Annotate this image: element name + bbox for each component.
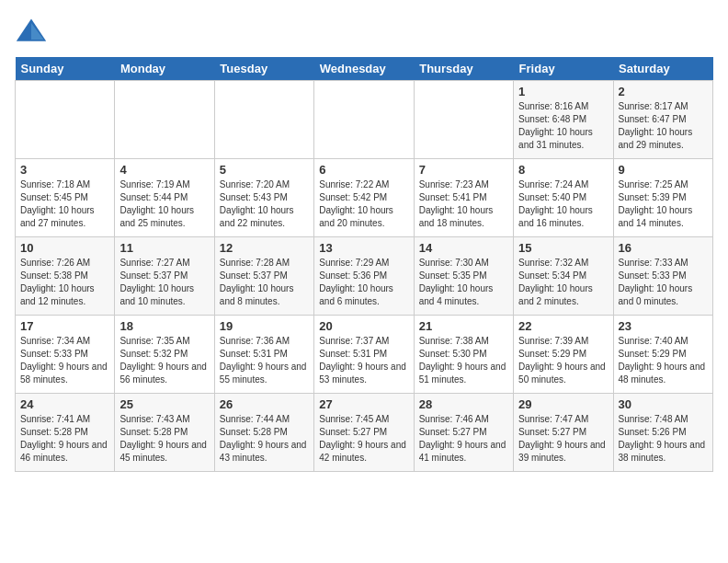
calendar-cell-w5-d2: 26Sunrise: 7:44 AM Sunset: 5:28 PM Dayli…: [214, 394, 313, 472]
calendar-cell-w5-d0: 24Sunrise: 7:41 AM Sunset: 5:28 PM Dayli…: [16, 394, 115, 472]
logo-icon: [15, 15, 48, 48]
day-info: Sunrise: 7:48 AM Sunset: 5:26 PM Dayligh…: [619, 413, 708, 465]
calendar-cell-w5-d5: 29Sunrise: 7:47 AM Sunset: 5:27 PM Dayli…: [514, 394, 613, 472]
calendar-cell-w4-d6: 23Sunrise: 7:40 AM Sunset: 5:29 PM Dayli…: [613, 316, 712, 394]
day-info: Sunrise: 7:29 AM Sunset: 5:36 PM Dayligh…: [319, 257, 408, 308]
calendar-cell-w2-d6: 9Sunrise: 7:25 AM Sunset: 5:39 PM Daylig…: [613, 159, 712, 237]
day-number: 21: [419, 319, 508, 333]
day-number: 14: [419, 241, 508, 255]
day-number: 23: [619, 319, 708, 333]
calendar-cell-w1-d4: [414, 81, 513, 159]
calendar-cell-w1-d5: 1Sunrise: 8:16 AM Sunset: 6:48 PM Daylig…: [514, 81, 613, 159]
day-info: Sunrise: 7:28 AM Sunset: 5:37 PM Dayligh…: [220, 257, 309, 308]
day-number: 27: [319, 397, 408, 411]
day-number: 2: [619, 85, 708, 98]
calendar-cell-w5-d6: 30Sunrise: 7:48 AM Sunset: 5:26 PM Dayli…: [613, 394, 712, 472]
header-saturday: Saturday: [613, 57, 712, 81]
calendar-cell-w4-d5: 22Sunrise: 7:39 AM Sunset: 5:29 PM Dayli…: [514, 316, 613, 394]
day-info: Sunrise: 7:43 AM Sunset: 5:28 PM Dayligh…: [119, 413, 209, 465]
day-info: Sunrise: 7:34 AM Sunset: 5:33 PM Dayligh…: [20, 335, 109, 386]
header-thursday: Thursday: [414, 57, 513, 81]
calendar-cell-w1-d2: [214, 81, 313, 159]
calendar-cell-w3-d4: 14Sunrise: 7:30 AM Sunset: 5:35 PM Dayli…: [414, 237, 513, 316]
day-info: Sunrise: 7:30 AM Sunset: 5:35 PM Dayligh…: [419, 257, 508, 308]
day-info: Sunrise: 7:39 AM Sunset: 5:29 PM Dayligh…: [518, 335, 608, 386]
week-row-5: 24Sunrise: 7:41 AM Sunset: 5:28 PM Dayli…: [16, 394, 713, 472]
calendar-cell-w5-d1: 25Sunrise: 7:43 AM Sunset: 5:28 PM Dayli…: [115, 394, 214, 472]
day-number: 26: [220, 397, 309, 411]
day-number: 4: [119, 163, 209, 177]
calendar-table: SundayMondayTuesdayWednesdayThursdayFrid…: [15, 57, 713, 472]
day-number: 17: [20, 319, 109, 333]
day-number: 24: [20, 397, 109, 411]
day-number: 8: [518, 163, 608, 177]
day-info: Sunrise: 7:18 AM Sunset: 5:45 PM Dayligh…: [20, 178, 109, 230]
day-info: Sunrise: 7:25 AM Sunset: 5:39 PM Dayligh…: [619, 178, 708, 230]
calendar-cell-w4-d4: 21Sunrise: 7:38 AM Sunset: 5:30 PM Dayli…: [414, 316, 513, 394]
day-info: Sunrise: 7:19 AM Sunset: 5:44 PM Dayligh…: [119, 178, 209, 230]
day-info: Sunrise: 7:26 AM Sunset: 5:38 PM Dayligh…: [20, 257, 109, 308]
header: [15, 15, 713, 48]
day-info: Sunrise: 8:17 AM Sunset: 6:47 PM Dayligh…: [619, 100, 708, 152]
day-info: Sunrise: 7:36 AM Sunset: 5:31 PM Dayligh…: [220, 335, 309, 386]
header-wednesday: Wednesday: [314, 57, 414, 81]
day-number: 9: [619, 163, 708, 177]
calendar-cell-w3-d3: 13Sunrise: 7:29 AM Sunset: 5:36 PM Dayli…: [314, 237, 414, 316]
calendar-cell-w4-d2: 19Sunrise: 7:36 AM Sunset: 5:31 PM Dayli…: [214, 316, 313, 394]
day-info: Sunrise: 7:24 AM Sunset: 5:40 PM Dayligh…: [518, 178, 608, 230]
day-info: Sunrise: 7:23 AM Sunset: 5:41 PM Dayligh…: [419, 178, 508, 230]
day-number: 19: [220, 319, 309, 333]
calendar-cell-w5-d4: 28Sunrise: 7:46 AM Sunset: 5:27 PM Dayli…: [414, 394, 513, 472]
day-number: 12: [220, 241, 309, 255]
calendar-cell-w1-d0: [16, 81, 115, 159]
day-number: 20: [319, 319, 408, 333]
day-number: 5: [220, 163, 309, 177]
day-info: Sunrise: 7:33 AM Sunset: 5:33 PM Dayligh…: [619, 257, 708, 308]
calendar-cell-w3-d2: 12Sunrise: 7:28 AM Sunset: 5:37 PM Dayli…: [214, 237, 313, 316]
day-number: 25: [119, 397, 209, 411]
week-row-3: 10Sunrise: 7:26 AM Sunset: 5:38 PM Dayli…: [16, 237, 713, 316]
day-info: Sunrise: 7:27 AM Sunset: 5:37 PM Dayligh…: [119, 257, 209, 308]
calendar-cell-w1-d1: [115, 81, 214, 159]
day-number: 30: [619, 397, 708, 411]
day-info: Sunrise: 7:45 AM Sunset: 5:27 PM Dayligh…: [319, 413, 408, 465]
calendar-cell-w2-d0: 3Sunrise: 7:18 AM Sunset: 5:45 PM Daylig…: [16, 159, 115, 237]
day-number: 16: [619, 241, 708, 255]
week-row-1: 1Sunrise: 8:16 AM Sunset: 6:48 PM Daylig…: [16, 81, 713, 159]
header-tuesday: Tuesday: [214, 57, 313, 81]
day-info: Sunrise: 7:46 AM Sunset: 5:27 PM Dayligh…: [419, 413, 508, 465]
day-number: 28: [419, 397, 508, 411]
day-number: 10: [20, 241, 109, 255]
day-info: Sunrise: 8:16 AM Sunset: 6:48 PM Dayligh…: [518, 100, 608, 152]
header-friday: Friday: [514, 57, 613, 81]
calendar-cell-w3-d6: 16Sunrise: 7:33 AM Sunset: 5:33 PM Dayli…: [613, 237, 712, 316]
calendar-cell-w3-d0: 10Sunrise: 7:26 AM Sunset: 5:38 PM Dayli…: [16, 237, 115, 316]
day-number: 29: [518, 397, 608, 411]
day-number: 6: [319, 163, 408, 177]
header-sunday: Sunday: [16, 57, 115, 81]
day-number: 15: [518, 241, 608, 255]
day-info: Sunrise: 7:37 AM Sunset: 5:31 PM Dayligh…: [319, 335, 408, 386]
day-info: Sunrise: 7:20 AM Sunset: 5:43 PM Dayligh…: [220, 178, 309, 230]
calendar-cell-w2-d4: 7Sunrise: 7:23 AM Sunset: 5:41 PM Daylig…: [414, 159, 513, 237]
calendar-cell-w2-d3: 6Sunrise: 7:22 AM Sunset: 5:42 PM Daylig…: [314, 159, 414, 237]
calendar-cell-w4-d1: 18Sunrise: 7:35 AM Sunset: 5:32 PM Dayli…: [115, 316, 214, 394]
calendar-cell-w4-d0: 17Sunrise: 7:34 AM Sunset: 5:33 PM Dayli…: [16, 316, 115, 394]
calendar-cell-w3-d5: 15Sunrise: 7:32 AM Sunset: 5:34 PM Dayli…: [514, 237, 613, 316]
day-info: Sunrise: 7:41 AM Sunset: 5:28 PM Dayligh…: [20, 413, 109, 465]
day-number: 3: [20, 163, 109, 177]
day-number: 13: [319, 241, 408, 255]
day-number: 11: [119, 241, 209, 255]
calendar-cell-w3-d1: 11Sunrise: 7:27 AM Sunset: 5:37 PM Dayli…: [115, 237, 214, 316]
calendar-header-row: SundayMondayTuesdayWednesdayThursdayFrid…: [16, 57, 713, 81]
calendar-cell-w2-d5: 8Sunrise: 7:24 AM Sunset: 5:40 PM Daylig…: [514, 159, 613, 237]
day-number: 7: [419, 163, 508, 177]
week-row-4: 17Sunrise: 7:34 AM Sunset: 5:33 PM Dayli…: [16, 316, 713, 394]
calendar-cell-w4-d3: 20Sunrise: 7:37 AM Sunset: 5:31 PM Dayli…: [314, 316, 414, 394]
day-info: Sunrise: 7:44 AM Sunset: 5:28 PM Dayligh…: [220, 413, 309, 465]
calendar-cell-w2-d2: 5Sunrise: 7:20 AM Sunset: 5:43 PM Daylig…: [214, 159, 313, 237]
logo: [15, 15, 51, 48]
header-monday: Monday: [115, 57, 214, 81]
day-info: Sunrise: 7:40 AM Sunset: 5:29 PM Dayligh…: [619, 335, 708, 386]
day-number: 1: [518, 85, 608, 98]
